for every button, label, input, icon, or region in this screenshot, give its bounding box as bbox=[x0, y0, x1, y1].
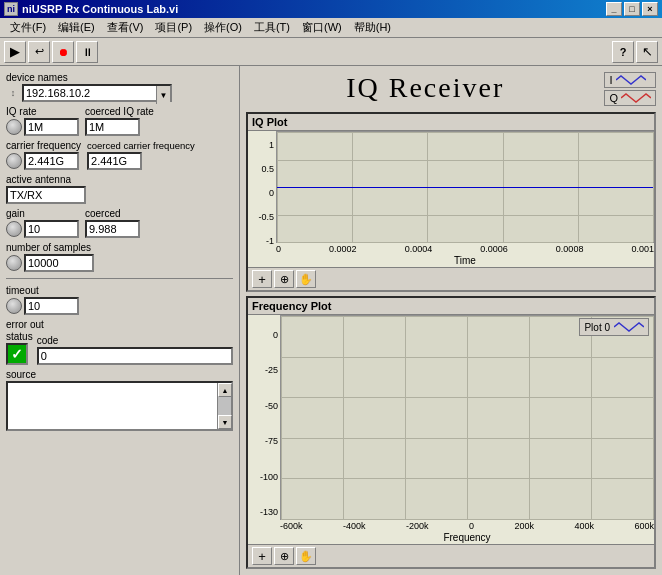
iq-pan-button[interactable]: ✋ bbox=[296, 270, 316, 288]
iq-grid-v-6 bbox=[653, 132, 654, 242]
carrier-freq-knob[interactable] bbox=[6, 153, 22, 169]
menu-project[interactable]: 项目(P) bbox=[149, 18, 198, 37]
num-samples-group: number of samples bbox=[6, 242, 233, 272]
coerced-iq-rate-label: coerced IQ rate bbox=[85, 106, 154, 117]
iq-grid-h-5 bbox=[277, 242, 653, 243]
freq-x-ticks: -600k -400k -200k 0 200k 400k 600k bbox=[280, 520, 654, 531]
iq-y-tick-0: 0 bbox=[269, 188, 274, 198]
freq-y-tick-0: 0 bbox=[273, 330, 278, 340]
main-content: device names ↕ 192.168.10.2 ▼ IQ rate co… bbox=[0, 66, 662, 575]
close-button[interactable]: × bbox=[642, 2, 658, 16]
source-group: source ▲ ▼ bbox=[6, 369, 233, 431]
freq-legend-label: Plot 0 bbox=[584, 322, 610, 333]
device-ip-value: 192.168.10.2 bbox=[26, 87, 168, 99]
iq-signal-line bbox=[277, 187, 653, 188]
iq-rate-input[interactable] bbox=[24, 118, 79, 136]
freq-x-tick-n400k: -400k bbox=[343, 521, 366, 531]
gain-input-row bbox=[6, 220, 79, 238]
minimize-button[interactable]: _ bbox=[606, 2, 622, 16]
error-out-label: error out bbox=[6, 319, 233, 330]
freq-x-tick-n600k: -600k bbox=[280, 521, 303, 531]
iq-plot-area: 1 0.5 0 -0.5 -1 bbox=[248, 131, 654, 267]
device-names-label: device names bbox=[6, 72, 233, 83]
freq-grid-v-2 bbox=[343, 316, 344, 519]
maximize-button[interactable]: □ bbox=[624, 2, 640, 16]
return-button[interactable]: ↩ bbox=[28, 41, 50, 63]
coerced-iq-rate-input[interactable] bbox=[85, 118, 140, 136]
window-title: niUSRP Rx Continuous Lab.vi bbox=[22, 3, 178, 15]
freq-legend-wave bbox=[614, 321, 644, 333]
iq-x-tick-0: 0 bbox=[276, 244, 281, 254]
pause-button[interactable]: ⏸ bbox=[76, 41, 98, 63]
active-antenna-input[interactable] bbox=[6, 186, 86, 204]
timeout-input[interactable] bbox=[24, 297, 79, 315]
coerced-iq-rate-group: coerced IQ rate bbox=[85, 106, 154, 136]
app-title-container: IQ Receiver bbox=[246, 72, 604, 106]
freq-crosshair-button[interactable]: ⊕ bbox=[274, 547, 294, 565]
coerced-carrier-freq-label: coerced carrier frequency bbox=[87, 140, 195, 151]
coerced-gain-input[interactable] bbox=[85, 220, 140, 238]
app-icon: ni bbox=[4, 2, 18, 16]
scroll-track bbox=[218, 397, 231, 415]
carrier-freq-row: carrier frequency coerced carrier freque… bbox=[6, 140, 233, 170]
device-names-group: device names ↕ 192.168.10.2 ▼ bbox=[6, 72, 233, 102]
dropdown-arrow-icon[interactable]: ▼ bbox=[156, 86, 170, 104]
timeout-group: timeout bbox=[6, 285, 233, 315]
legend-q-label: Q bbox=[609, 92, 618, 104]
menu-tools[interactable]: 工具(T) bbox=[248, 18, 296, 37]
iq-rate-knob[interactable] bbox=[6, 119, 22, 135]
gain-knob[interactable] bbox=[6, 221, 22, 237]
menu-bar: 文件(F) 编辑(E) 查看(V) 项目(P) 操作(O) 工具(T) 窗口(W… bbox=[0, 18, 662, 38]
num-samples-label: number of samples bbox=[6, 242, 233, 253]
device-knob-icon: ↕ bbox=[6, 86, 20, 100]
timeout-knob[interactable] bbox=[6, 298, 22, 314]
freq-plot-title: Frequency Plot bbox=[248, 298, 654, 315]
menu-window[interactable]: 窗口(W) bbox=[296, 18, 348, 37]
num-samples-knob[interactable] bbox=[6, 255, 22, 271]
iq-plot-canvas bbox=[276, 131, 654, 243]
help-button[interactable]: ? bbox=[612, 41, 634, 63]
gain-input[interactable] bbox=[24, 220, 79, 238]
iq-y-tick-1: 1 bbox=[269, 140, 274, 150]
status-group: status ✓ bbox=[6, 331, 33, 365]
menu-view[interactable]: 查看(V) bbox=[101, 18, 150, 37]
iq-zoom-button[interactable]: + bbox=[252, 270, 272, 288]
legend-i-item: I bbox=[604, 72, 656, 88]
freq-grid-v-4 bbox=[467, 316, 468, 519]
num-samples-input[interactable] bbox=[24, 254, 94, 272]
iq-grid-h-1 bbox=[277, 132, 653, 133]
menu-file[interactable]: 文件(F) bbox=[4, 18, 52, 37]
coerced-carrier-freq-input[interactable] bbox=[87, 152, 142, 170]
freq-plot-container: Frequency Plot 0 -25 -50 -75 -100 -130 P… bbox=[246, 296, 656, 569]
menu-operate[interactable]: 操作(O) bbox=[198, 18, 248, 37]
checkmark-icon: ✓ bbox=[11, 346, 23, 362]
iq-y-tick-n05: -0.5 bbox=[258, 212, 274, 222]
freq-grid-v-5 bbox=[529, 316, 530, 519]
carrier-freq-input[interactable] bbox=[24, 152, 79, 170]
scroll-up-button[interactable]: ▲ bbox=[218, 383, 232, 397]
legend-q-wave bbox=[621, 92, 651, 104]
iq-plot-toolbar: + ⊕ ✋ bbox=[248, 267, 654, 290]
menu-edit[interactable]: 编辑(E) bbox=[52, 18, 101, 37]
freq-grid-v-6 bbox=[591, 316, 592, 519]
cursor-button[interactable]: ↖ bbox=[636, 41, 658, 63]
title-bar: ni niUSRP Rx Continuous Lab.vi _ □ × bbox=[0, 0, 662, 18]
freq-y-tick-25: -25 bbox=[265, 365, 278, 375]
scroll-down-button[interactable]: ▼ bbox=[218, 415, 232, 429]
code-input[interactable] bbox=[37, 347, 233, 365]
menu-help[interactable]: 帮助(H) bbox=[348, 18, 397, 37]
freq-x-tick-0: 0 bbox=[469, 521, 474, 531]
iq-x-tick-4: 0.0008 bbox=[556, 244, 584, 254]
run-button[interactable]: ▶ bbox=[4, 41, 26, 63]
source-scrollbar[interactable]: ▲ ▼ bbox=[217, 383, 231, 429]
coerced-gain-label: coerced bbox=[85, 208, 140, 219]
iq-plot-title: IQ Plot bbox=[248, 114, 654, 131]
device-ip-dropdown[interactable]: 192.168.10.2 ▼ bbox=[22, 84, 172, 102]
iq-crosshair-button[interactable]: ⊕ bbox=[274, 270, 294, 288]
stop-record-button[interactable]: ⏺ bbox=[52, 41, 74, 63]
iq-y-tick-n1: -1 bbox=[266, 236, 274, 246]
freq-y-tick-100: -100 bbox=[260, 472, 278, 482]
freq-pan-button[interactable]: ✋ bbox=[296, 547, 316, 565]
freq-zoom-button[interactable]: + bbox=[252, 547, 272, 565]
left-panel: device names ↕ 192.168.10.2 ▼ IQ rate co… bbox=[0, 66, 240, 575]
